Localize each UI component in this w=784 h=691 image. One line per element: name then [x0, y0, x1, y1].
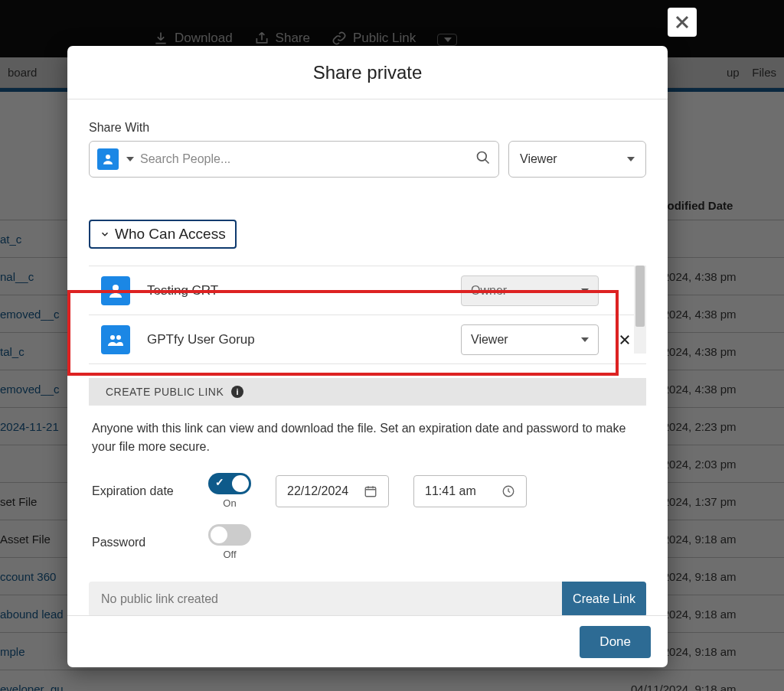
public-link-display: No public link created [89, 582, 562, 615]
public-link-header: CREATE PUBLIC LINK i [89, 378, 646, 406]
done-button[interactable]: Done [580, 626, 651, 658]
chevron-down-icon [627, 157, 635, 161]
expiration-time-input[interactable]: 11:41 am [413, 475, 527, 507]
public-link-description: Anyone with this link can view and downl… [89, 406, 646, 465]
close-button[interactable] [668, 8, 697, 37]
toggle-on-text: On [223, 497, 236, 509]
expiration-label: Expiration date [92, 484, 184, 498]
expiration-toggle[interactable] [208, 473, 251, 494]
access-role-select: Owner [461, 275, 599, 306]
person-type-icon[interactable] [97, 148, 119, 170]
create-link-button[interactable]: Create Link [562, 582, 646, 615]
expiration-date-input[interactable]: 22/12/2024 [276, 475, 389, 507]
password-toggle[interactable] [208, 524, 251, 546]
password-label: Password [92, 536, 184, 549]
group-avatar-icon [101, 325, 130, 354]
calendar-icon [364, 484, 377, 498]
clock-icon [501, 484, 515, 498]
access-name: Testing CRT [147, 283, 444, 298]
toggle-off-text: Off [223, 549, 236, 560]
modal-header: Share private [67, 46, 668, 99]
svg-point-4 [116, 335, 121, 340]
share-with-label: Share With [89, 121, 646, 135]
svg-point-0 [106, 155, 110, 159]
svg-rect-5 [365, 487, 376, 496]
svg-point-2 [113, 285, 119, 291]
access-name: GPTfy User Gorup [147, 332, 444, 347]
svg-point-3 [110, 335, 115, 340]
access-scrollbar[interactable] [634, 266, 646, 354]
info-icon[interactable]: i [231, 386, 243, 398]
role-select[interactable]: Viewer [508, 141, 646, 178]
modal-title: Share private [313, 62, 423, 83]
access-row: Testing CRT Owner [89, 266, 646, 315]
search-people-box[interactable] [89, 141, 499, 178]
remove-access-button[interactable] [616, 333, 634, 347]
modal-footer: Done [67, 615, 668, 667]
chevron-down-icon[interactable] [126, 157, 134, 161]
who-can-access-toggle[interactable]: Who Can Access [89, 220, 237, 249]
user-avatar-icon [101, 276, 130, 305]
svg-point-1 [478, 152, 487, 161]
access-row: GPTfy User Gorup Viewer [89, 315, 646, 364]
share-modal: Share private Share With Viewer Who Can [67, 46, 668, 667]
access-list: Testing CRT Owner GPTfy User Gorup Viewe… [89, 266, 646, 364]
access-role-select[interactable]: Viewer [461, 324, 599, 355]
search-icon[interactable] [475, 150, 491, 168]
search-input[interactable] [140, 152, 469, 166]
